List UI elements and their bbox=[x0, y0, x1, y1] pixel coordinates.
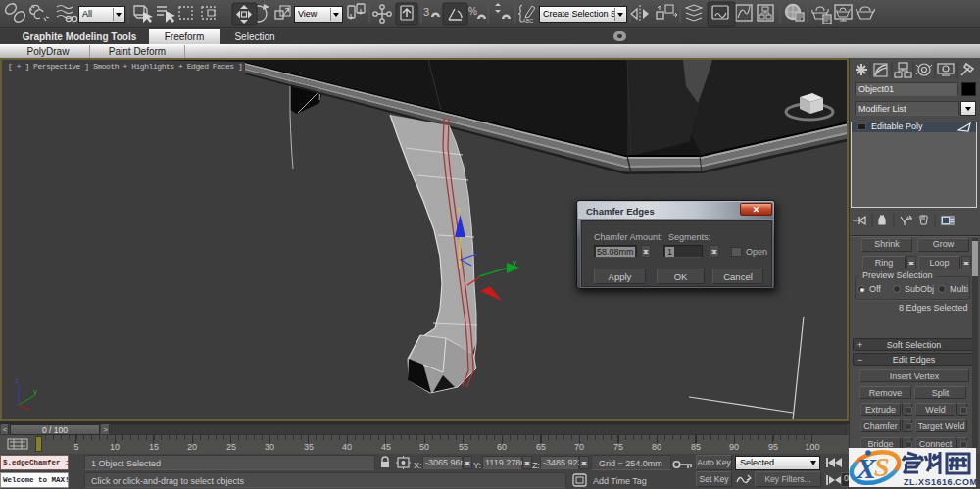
svg-text:ABC: ABC bbox=[522, 18, 533, 24]
svg-text:y: y bbox=[33, 387, 37, 396]
svg-text:z: z bbox=[15, 376, 19, 385]
svg-text:S: S bbox=[874, 452, 890, 482]
svg-text:y: y bbox=[513, 258, 516, 267]
svg-text:ZL.XS1616.COM: ZL.XS1616.COM bbox=[904, 477, 976, 487]
svg-text:3: 3 bbox=[423, 6, 429, 18]
svg-text:z: z bbox=[457, 205, 461, 214]
svg-text:%: % bbox=[468, 6, 477, 17]
